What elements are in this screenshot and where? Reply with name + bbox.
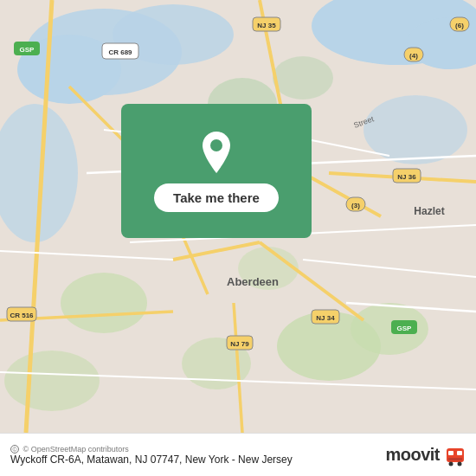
svg-text:GSP: GSP xyxy=(20,46,35,54)
osm-circle-icon: © xyxy=(10,445,19,453)
svg-text:NJ 35: NJ 35 xyxy=(257,22,276,29)
svg-point-16 xyxy=(273,56,333,100)
moovit-logo: moovit xyxy=(385,443,467,467)
svg-text:Aberdeen: Aberdeen xyxy=(227,275,279,288)
svg-text:GSP: GSP xyxy=(397,325,413,332)
svg-point-66 xyxy=(449,461,453,466)
take-me-there-button[interactable]: Take me there xyxy=(154,183,279,212)
svg-text:Hazlet: Hazlet xyxy=(414,205,444,217)
svg-text:NJ 34: NJ 34 xyxy=(316,314,335,322)
svg-text:NJ 79: NJ 79 xyxy=(230,340,249,348)
moovit-text: moovit xyxy=(385,445,440,465)
svg-point-62 xyxy=(210,139,222,151)
svg-rect-68 xyxy=(448,458,462,460)
map-container: CR 689 GSP NJ 35 (4) (6) NJ 36 (3) NJ 34… xyxy=(0,0,476,433)
svg-text:(3): (3) xyxy=(351,202,360,209)
bottom-left-info: © © OpenStreetMap contributors Wyckoff C… xyxy=(10,444,385,466)
svg-text:CR 516: CR 516 xyxy=(10,312,34,319)
svg-point-67 xyxy=(458,461,462,466)
svg-rect-64 xyxy=(448,451,453,455)
moovit-icon xyxy=(443,443,467,467)
svg-text:CR 689: CR 689 xyxy=(108,48,132,56)
svg-text:(6): (6) xyxy=(455,22,464,29)
svg-point-9 xyxy=(61,273,147,333)
bottom-bar: © © OpenStreetMap contributors Wyckoff C… xyxy=(0,433,476,476)
svg-point-12 xyxy=(4,351,100,411)
osm-credit: © © OpenStreetMap contributors xyxy=(10,445,385,454)
svg-rect-65 xyxy=(457,451,462,455)
svg-text:(4): (4) xyxy=(409,52,418,60)
location-pin-icon xyxy=(197,130,235,175)
location-card: Take me there xyxy=(121,104,312,238)
address-text: Wyckoff CR-6A, Matawan, NJ 07747, New Yo… xyxy=(10,453,385,466)
svg-text:NJ 36: NJ 36 xyxy=(397,173,416,181)
